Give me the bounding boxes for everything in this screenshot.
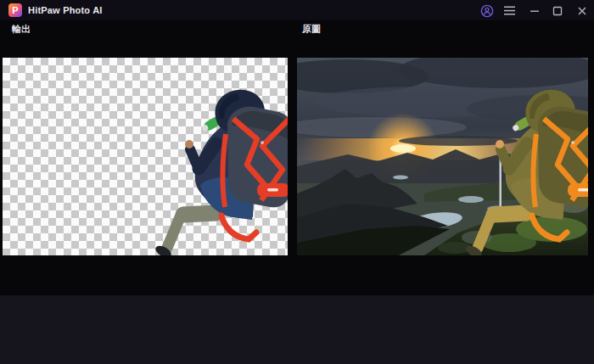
output-label: 輸出 bbox=[12, 23, 31, 36]
account-button[interactable] bbox=[479, 3, 494, 18]
app-window: P HitPaw Photo AI bbox=[0, 0, 594, 364]
cutout-hiker-image bbox=[3, 58, 288, 255]
maximize-icon bbox=[552, 6, 563, 16]
titlebar: P HitPaw Photo AI bbox=[0, 0, 594, 20]
output-canvas[interactable] bbox=[3, 58, 288, 255]
app-title: HitPaw Photo AI bbox=[28, 0, 103, 20]
original-photo bbox=[297, 58, 588, 255]
close-icon bbox=[577, 6, 587, 16]
minimize-button[interactable] bbox=[527, 3, 541, 18]
app-logo-icon: P bbox=[8, 3, 22, 17]
original-label: 原圖 bbox=[302, 23, 321, 36]
user-circle-icon bbox=[480, 4, 494, 18]
maximize-button[interactable] bbox=[550, 3, 564, 18]
hamburger-icon bbox=[504, 6, 515, 15]
bottom-bar: + 匯出 bbox=[0, 295, 594, 364]
menu-button[interactable] bbox=[502, 3, 517, 18]
close-button[interactable] bbox=[574, 3, 589, 18]
original-canvas[interactable] bbox=[297, 58, 588, 255]
minimize-icon bbox=[530, 6, 540, 16]
